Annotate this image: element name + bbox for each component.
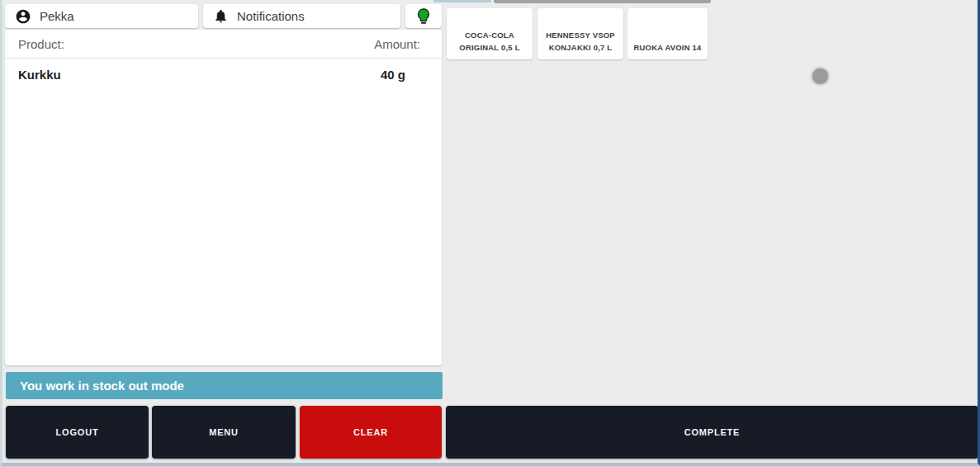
product-card-ruoka-avoin[interactable]: RUOKA AVOIN 14 bbox=[627, 8, 708, 59]
product-column-header: Product: bbox=[18, 37, 64, 51]
menu-button[interactable]: MENU bbox=[152, 406, 296, 459]
order-list-panel: Product: Amount: Kurkku 40 g bbox=[5, 30, 442, 365]
order-list-row[interactable]: Kurkku 40 g bbox=[5, 59, 442, 90]
gray-dot-indicator bbox=[812, 68, 828, 84]
lightbulb-icon bbox=[414, 7, 433, 26]
clear-button[interactable]: CLEAR bbox=[300, 406, 442, 459]
notifications-chip[interactable]: Notifications bbox=[203, 4, 400, 28]
notifications-label: Notifications bbox=[237, 9, 305, 23]
product-card-label: HENNESSY VSOP KONJAKKI 0,7 L bbox=[542, 29, 618, 54]
top-scrollbar-thumb[interactable] bbox=[494, 0, 711, 3]
product-card-coca-cola[interactable]: COCA-COLA ORIGINAL 0,5 L bbox=[447, 8, 533, 59]
complete-button[interactable]: COMPLETE bbox=[446, 406, 978, 459]
bell-icon bbox=[213, 8, 229, 24]
logout-button[interactable]: LOGOUT bbox=[6, 406, 149, 459]
stock-mode-toggle[interactable] bbox=[405, 4, 442, 28]
user-chip[interactable]: Pekka bbox=[5, 4, 198, 28]
row-amount-value: 40 g bbox=[381, 68, 405, 82]
app-window: Pekka Notifications Product: Amount: Kur… bbox=[0, 0, 980, 466]
top-scrollbar-track bbox=[433, 0, 491, 2]
product-card-label: COCA-COLA ORIGINAL 0,5 L bbox=[452, 29, 528, 54]
status-banner-text: You work in stock out mode bbox=[20, 379, 184, 393]
amount-column-header: Amount: bbox=[374, 37, 420, 51]
user-name-label: Pekka bbox=[40, 9, 74, 23]
product-card-label: RUOKA AVOIN 14 bbox=[633, 41, 701, 54]
order-list-header: Product: Amount: bbox=[5, 30, 442, 59]
account-circle-icon bbox=[15, 8, 31, 25]
status-banner: You work in stock out mode bbox=[6, 372, 443, 399]
row-product-name: Kurkku bbox=[18, 68, 61, 82]
product-card-hennessy[interactable]: HENNESSY VSOP KONJAKKI 0,7 L bbox=[537, 8, 623, 59]
